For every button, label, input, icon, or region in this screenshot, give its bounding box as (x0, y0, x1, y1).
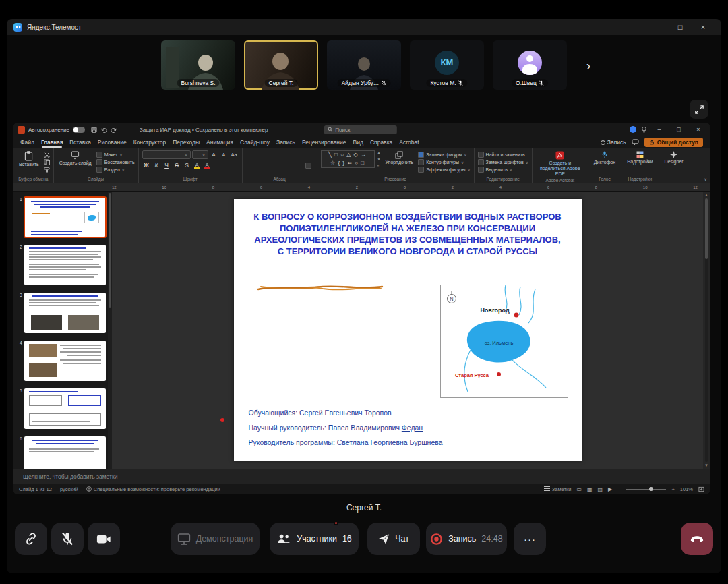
save-icon[interactable] (91, 127, 97, 133)
participant-tile[interactable]: Burshneva S. (161, 40, 235, 90)
shape-fill-button[interactable]: Заливка фигуры∨ (418, 152, 470, 158)
numbering-button[interactable] (257, 150, 268, 159)
tab-insert[interactable]: Вставка (69, 139, 91, 146)
close-button[interactable]: × (692, 19, 715, 35)
strikethrough-button[interactable]: S (173, 160, 181, 169)
autosave-toggle[interactable] (73, 127, 85, 133)
share-button[interactable]: Общий доступ (644, 138, 703, 147)
tab-help[interactable]: Справка (370, 139, 392, 146)
dictate-button[interactable]: Диктофон (592, 150, 617, 165)
section-button[interactable]: Раздел∨ (96, 167, 135, 173)
bold-button[interactable]: Ж (142, 160, 151, 169)
slide-credits[interactable]: Обучающийся: Сергей Евгеньевич Торопов Н… (249, 405, 443, 450)
paste-button[interactable]: Вставить (17, 150, 41, 167)
create-pdf-button[interactable]: Создать и поделиться Adobe PDF (536, 150, 584, 177)
thumbnail-preview[interactable] (24, 341, 106, 381)
highlight-color-button[interactable]: А (193, 160, 202, 169)
ppt-close-button[interactable]: × (691, 126, 706, 133)
slide-canvas[interactable]: К ВОПРОСУ О КОРРОЗИОННОМ ВОЗДЕЙСТВИИ ВОД… (112, 192, 703, 469)
thumbnail-item[interactable]: 6 (16, 436, 106, 469)
columns-button[interactable] (292, 161, 302, 170)
copy-icon[interactable] (44, 159, 50, 165)
zoom-out-button[interactable]: – (617, 486, 620, 492)
text-shadow-button[interactable]: S (183, 160, 191, 169)
participant-tile-active-speaker[interactable]: Сергей Т. (244, 40, 318, 90)
tab-view[interactable]: Вид (353, 139, 363, 146)
tab-file[interactable]: Файл (20, 139, 34, 146)
thumbnail-item[interactable]: 5 (16, 388, 106, 429)
participant-tile[interactable]: О.Швец (493, 40, 567, 90)
find-button[interactable]: Найти и заменить (478, 152, 528, 158)
zoom-in-button[interactable]: + (671, 486, 674, 492)
tab-home[interactable]: Главная (41, 139, 63, 146)
bullets-button[interactable] (246, 150, 256, 159)
text-direction-button[interactable] (303, 150, 313, 159)
designer-button[interactable]: Designer (663, 150, 686, 165)
font-size-combo[interactable]: ∨ (192, 150, 208, 159)
recording-button[interactable]: Запись 24:48 (426, 523, 507, 555)
map-image[interactable]: N Новгород оз. Ильмень Старая Русса (440, 285, 568, 398)
language-indicator[interactable]: русский (60, 486, 78, 492)
shrink-font-button[interactable]: A (220, 150, 229, 159)
notes-toggle[interactable]: Заметки (544, 486, 572, 492)
slide-title[interactable]: К ВОПРОСУ О КОРРОЗИОННОМ ВОЗДЕЙСТВИИ ВОД… (234, 211, 582, 258)
change-case-button[interactable]: Аа (230, 150, 239, 159)
camera-button[interactable] (88, 523, 120, 555)
zoom-level[interactable]: 101% (680, 486, 693, 492)
microphone-button[interactable] (51, 523, 84, 555)
new-slide-button[interactable]: Создать слайд (57, 150, 94, 166)
participant-tile[interactable]: КМ Кустов М. (410, 40, 484, 90)
ppt-maximize-button[interactable]: □ (671, 126, 686, 133)
italic-button[interactable]: К (152, 160, 161, 169)
hang-up-button[interactable] (681, 523, 713, 555)
orange-scribble-drawing[interactable] (255, 281, 385, 293)
account-avatar[interactable] (630, 126, 636, 133)
normal-view-button[interactable]: ▭ (576, 486, 582, 492)
arrange-button[interactable]: Упорядочить (383, 150, 415, 165)
thumbnail-preview[interactable] (24, 197, 106, 237)
shapes-gallery-scroll[interactable]: ▲▼≡ (377, 150, 381, 168)
chat-button[interactable]: Чат (367, 523, 420, 555)
tab-slideshow[interactable]: Слайд-шоу (240, 139, 270, 146)
thumbnail-item[interactable]: 2 (16, 245, 106, 285)
thumbnail-preview[interactable] (24, 436, 106, 469)
underline-button[interactable]: Ч (162, 160, 171, 169)
reset-button[interactable]: Восстановить (96, 159, 135, 165)
undo-icon[interactable] (100, 127, 107, 133)
slide-sorter-view-button[interactable]: ▦ (587, 486, 593, 492)
align-center-button[interactable] (257, 161, 268, 170)
select-button[interactable]: Выделить∨ (478, 167, 528, 173)
expand-screen-button[interactable] (690, 100, 708, 119)
font-name-combo[interactable]: ∨ (142, 150, 191, 159)
tab-animations[interactable]: Анимация (206, 139, 233, 146)
cut-icon[interactable] (44, 152, 50, 158)
line-spacing-button[interactable] (292, 150, 302, 159)
participant-tile[interactable]: Айдын Урбу… (327, 40, 401, 90)
tab-review[interactable]: Рецензирование (302, 139, 346, 146)
align-right-button[interactable] (269, 161, 279, 170)
slideshow-button[interactable]: ▶ (608, 486, 612, 492)
share-screen-button[interactable]: Демонстрация (171, 523, 260, 555)
collapse-ribbon-button[interactable]: ∨ (704, 177, 707, 181)
align-left-button[interactable] (246, 161, 256, 170)
shape-outline-button[interactable]: Контур фигуры∨ (418, 159, 470, 165)
more-options-button[interactable]: ··· (514, 523, 546, 555)
zoom-slider[interactable] (626, 489, 666, 490)
font-color-button[interactable]: А (203, 160, 212, 169)
addins-button[interactable]: Надстройки (625, 150, 655, 165)
thumbnail-item[interactable]: 3 (16, 293, 106, 333)
replace-button[interactable]: Замена шрифтов∨ (478, 159, 528, 165)
thumbnail-item[interactable]: 1 (16, 197, 106, 237)
lightbulb-icon[interactable] (641, 126, 647, 134)
justify-button[interactable] (280, 161, 291, 170)
tab-record[interactable]: Запись (276, 139, 295, 146)
search-input[interactable]: Поиск (324, 125, 396, 134)
record-button[interactable]: Запись (601, 139, 626, 146)
participants-button[interactable]: Участники 16 (270, 523, 359, 555)
smartart-button[interactable] (303, 161, 313, 170)
canvas-scrollbar[interactable]: ▲ ▼ (703, 192, 710, 469)
reading-view-button[interactable]: ▤ (598, 486, 603, 492)
thumbnail-preview[interactable] (24, 245, 106, 285)
thumbnail-preview[interactable] (24, 293, 106, 333)
tab-design[interactable]: Конструктор (133, 139, 166, 146)
